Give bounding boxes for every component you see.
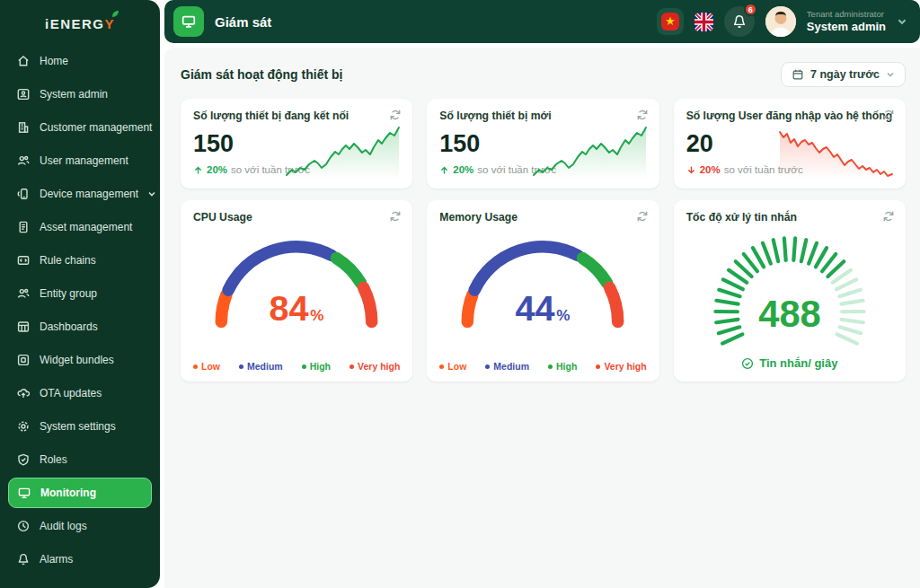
legend-label-very-high: Very high	[604, 361, 646, 372]
gauge-card-message-rate: Tốc độ xử lý tin nhắn 488 Tin nhắn/ giây	[674, 200, 906, 382]
sidebar-item-label: Home	[40, 55, 68, 67]
language-vietnamese-flag[interactable]	[657, 8, 684, 35]
gauge-unit: %	[310, 307, 323, 324]
page-header-title: Giám sát	[215, 14, 271, 30]
date-range-value: 7 ngày trước	[810, 68, 880, 81]
sidebar-item-label: Rule chains	[40, 254, 96, 267]
svg-text:44%: 44%	[516, 288, 571, 328]
sidebar-item-alarms[interactable]: Alarms	[8, 544, 152, 575]
user-menu[interactable]: Tenant administrator System admin	[807, 9, 886, 34]
user-avatar[interactable]	[765, 6, 796, 37]
gauge-value: 488	[758, 293, 821, 335]
gauge-caption-text: Tin nhắn/ giây	[759, 356, 837, 370]
brand-logo-accent: Y	[105, 16, 116, 31]
delta-percent: 20%	[453, 164, 473, 175]
notifications-button[interactable]: 6	[724, 6, 755, 37]
sidebar-item-home[interactable]: Home	[8, 46, 152, 76]
refresh-icon[interactable]	[882, 109, 895, 121]
sidebar-item-label: Asset management	[40, 221, 132, 233]
legend-label-low: Low	[201, 361, 220, 372]
trend-up-icon	[193, 165, 203, 175]
sidebar-item-system-admin[interactable]: System admin	[8, 79, 152, 110]
stat-card-title: Số lượng thiết bị mới	[439, 110, 646, 122]
content-area: Giám sát hoạt động thiết bị 7 ngày trước…	[164, 48, 920, 588]
check-circle-icon	[741, 357, 754, 370]
sidebar-item-label: User management	[40, 154, 128, 167]
stat-card-connected-devices: Số lượng thiết bị đang kết nối 150 20% s…	[181, 99, 412, 189]
language-english-flag[interactable]	[694, 13, 713, 31]
sidebar-item-roles[interactable]: Roles	[8, 444, 152, 475]
group-icon	[16, 286, 31, 301]
notification-count-badge: 6	[744, 3, 757, 16]
grid-icon	[16, 320, 31, 334]
sidebar-item-rule-chains[interactable]: Rule chains	[8, 245, 152, 276]
sidebar-item-label: Entity group	[40, 287, 97, 300]
refresh-icon[interactable]	[636, 109, 649, 121]
section-title: Giám sát hoạt động thiết bị	[181, 67, 342, 82]
widget-icon	[16, 353, 31, 367]
sidebar-item-dashboards[interactable]: Dashboards	[8, 312, 152, 342]
refresh-icon[interactable]	[636, 210, 649, 223]
user-menu-chevron-icon[interactable]	[897, 16, 907, 27]
sidebar-item-ota-updates[interactable]: OTA updates	[8, 378, 152, 408]
bell-icon	[16, 552, 31, 566]
sidebar-item-label: Audit logs	[40, 520, 87, 532]
gauge-legend: Low Medium High Very high	[193, 361, 400, 372]
sidebar-item-device-management[interactable]: Device management	[8, 179, 152, 209]
gauge-card-title: Memory Usage	[439, 211, 646, 224]
leaf-icon	[111, 10, 119, 18]
sidebar-item-label: Dashboards	[40, 320, 98, 333]
sidebar-item-asset-management[interactable]: Asset management	[8, 212, 152, 242]
date-range-select[interactable]: 7 ngày trước	[781, 62, 906, 87]
users-icon	[16, 154, 31, 168]
gauge-card-memory-usage: Memory Usage 44% Low Medium High Very	[427, 200, 659, 382]
trend-down-icon	[686, 165, 696, 175]
admin-badge-icon	[16, 87, 31, 101]
topbar-actions: 6 Tenant administrator System admin	[657, 6, 907, 37]
shield-check-icon	[16, 452, 31, 467]
legend-dot-medium	[485, 364, 490, 369]
user-name: System admin	[807, 20, 886, 34]
refresh-icon[interactable]	[389, 109, 402, 121]
clock-icon	[16, 519, 31, 533]
sidebar-item-customer-management[interactable]: Customer management	[8, 112, 152, 143]
brand-logo-text: iENERG	[45, 16, 105, 31]
code-icon	[16, 253, 31, 268]
refresh-icon[interactable]	[882, 210, 895, 223]
gear-icon	[16, 419, 31, 434]
cloud-upload-icon	[16, 386, 31, 400]
sidebar-item-label: Device management	[40, 188, 138, 200]
sidebar-nav: Home System admin Customer management Us…	[8, 46, 152, 575]
chevron-down-icon[interactable]	[147, 189, 156, 198]
sidebar-item-entity-group[interactable]: Entity group	[8, 278, 152, 309]
sidebar-item-label: Customer management	[40, 121, 152, 134]
legend-label-low: Low	[447, 361, 466, 372]
stat-card-title: Số lượng User đăng nhập vào hệ thống	[686, 110, 893, 122]
delta-percent: 20%	[207, 164, 227, 175]
home-icon	[16, 54, 31, 68]
message-rate-tick-gauge: 488	[700, 231, 880, 346]
user-role: Tenant administrator	[807, 9, 886, 20]
legend-dot-low	[193, 364, 198, 369]
legend-label-medium: Medium	[247, 361, 283, 372]
sidebar-item-user-management[interactable]: User management	[8, 145, 152, 176]
legend-dot-low	[439, 364, 444, 369]
legend-dot-medium	[239, 364, 243, 369]
sidebar-item-label: Roles	[40, 453, 67, 466]
sidebar-item-audit-logs[interactable]: Audit logs	[8, 511, 152, 541]
gauge-legend: Low Medium High Very high	[439, 361, 646, 372]
stat-card-title: Số lượng thiết bị đang kết nối	[193, 110, 400, 122]
legend-dot-very-high	[596, 364, 600, 369]
gauge-value: 84	[270, 288, 309, 328]
sidebar-item-widget-bundles[interactable]: Widget bundles	[8, 345, 152, 375]
legend-dot-high	[302, 364, 306, 369]
monitor-icon	[17, 486, 31, 500]
message-rate-caption: Tin nhắn/ giây	[674, 356, 906, 370]
sidebar-item-label: Widget bundles	[40, 354, 114, 366]
topbar: Giám sát 6 Tenant administrator System a…	[164, 0, 920, 43]
sidebar-item-monitoring[interactable]: Monitoring	[8, 478, 152, 508]
sidebar-item-system-settings[interactable]: System settings	[8, 411, 152, 442]
main-area: Giám sát 6 Tenant administrator System a…	[160, 0, 920, 588]
refresh-icon[interactable]	[389, 210, 402, 223]
gauge-value: 44	[516, 288, 555, 328]
